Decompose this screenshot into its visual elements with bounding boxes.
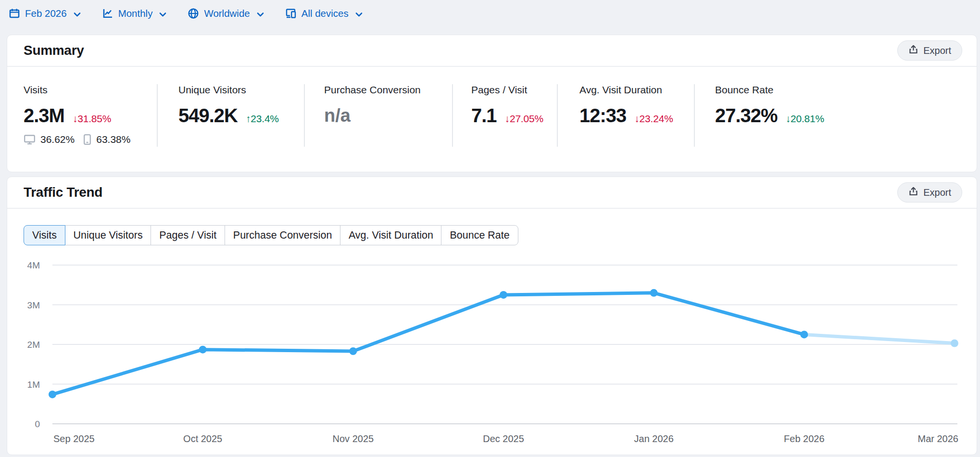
chevron-down-icon xyxy=(355,12,363,17)
y-axis-label: 3M xyxy=(27,300,40,310)
metric-value: 27.32% xyxy=(715,106,778,125)
y-axis-label: 0 xyxy=(35,419,40,429)
calendar-icon xyxy=(9,8,20,19)
filter-granularity-label: Monthly xyxy=(118,8,153,19)
metric-value: 7.1 xyxy=(471,106,497,125)
metric-value: 549.2K xyxy=(178,106,238,125)
tab-unique-visitors[interactable]: Unique Visitors xyxy=(64,225,151,245)
metric-label: Pages / Visit xyxy=(471,84,557,96)
summary-title: Summary xyxy=(24,43,84,58)
export-icon xyxy=(908,186,918,199)
export-icon xyxy=(908,44,918,54)
filter-granularity[interactable]: Monthly xyxy=(102,8,167,19)
data-point[interactable] xyxy=(349,347,357,355)
data-point[interactable] xyxy=(500,291,507,299)
summary-metrics: Visits 2.3M↓31.85% 36.62% 63.38% Unique … xyxy=(7,67,977,147)
metric-label: Visits xyxy=(24,84,157,96)
x-axis-label: Oct 2025 xyxy=(183,433,222,444)
tab-bounce-rate[interactable]: Bounce Rate xyxy=(441,225,518,245)
metric-label: Avg. Visit Duration xyxy=(579,84,694,96)
filter-devices-label: All devices xyxy=(302,8,349,19)
mobile-share: 63.38% xyxy=(96,134,130,145)
data-point[interactable] xyxy=(951,340,958,347)
filter-devices[interactable]: All devices xyxy=(285,8,363,19)
data-point[interactable] xyxy=(650,289,658,297)
visits-forecast-line xyxy=(804,334,955,343)
summary-card: Summary Export Visits 2.3M↓31.85% 36.62%… xyxy=(7,35,977,172)
export-icon xyxy=(908,44,918,57)
tab-purchase-conversion[interactable]: Purchase Conversion xyxy=(225,225,341,245)
metric-avg-visit-duration: Avg. Visit Duration 12:33↓23.24% xyxy=(558,84,695,147)
traffic-chart: 01M2M3M4MSep 2025Oct 2025Nov 2025Dec 202… xyxy=(7,245,977,455)
metric-change: ↓27.05% xyxy=(505,113,543,125)
metric-visits: Visits 2.3M↓31.85% 36.62% 63.38% xyxy=(24,84,158,147)
trend-title: Traffic Trend xyxy=(24,185,102,200)
desktop-share: 36.62% xyxy=(40,134,75,145)
filter-region[interactable]: Worldwide xyxy=(188,8,264,19)
y-axis-label: 1M xyxy=(27,380,40,390)
data-point[interactable] xyxy=(49,391,56,398)
x-axis-label: Jan 2026 xyxy=(634,433,674,444)
filter-bar: Feb 2026 Monthly Worldwide All devices xyxy=(0,0,980,27)
metric-value: 2.3M xyxy=(24,106,64,125)
desktop-icon xyxy=(24,134,36,145)
trend-card-header: Traffic Trend Export xyxy=(7,177,977,209)
metric-purchase-conversion: Purchase Conversion n/a xyxy=(305,84,453,147)
export-label: Export xyxy=(923,45,951,56)
metric-change: ↓31.85% xyxy=(73,113,111,125)
metric-label: Purchase Conversion xyxy=(324,84,452,96)
metric-change: ↓23.24% xyxy=(634,113,673,125)
y-axis-label: 4M xyxy=(27,260,40,270)
line-chart-icon xyxy=(102,8,113,19)
tab-pages-visit[interactable]: Pages / Visit xyxy=(151,225,225,245)
metric-label: Bounce Rate xyxy=(715,84,977,96)
metric-pages-visit: Pages / Visit 7.1↓27.05% xyxy=(453,84,558,147)
metric-bounce-rate: Bounce Rate 27.32%↓20.81% xyxy=(695,84,977,147)
chevron-down-icon xyxy=(74,12,81,17)
y-axis-label: 2M xyxy=(27,340,40,350)
export-label: Export xyxy=(923,187,951,198)
data-point[interactable] xyxy=(199,346,207,354)
filter-date-label: Feb 2026 xyxy=(25,8,67,19)
devices-icon xyxy=(285,8,297,19)
x-axis-label: Sep 2025 xyxy=(53,433,95,444)
device-split: 36.62% 63.38% xyxy=(24,134,157,145)
metric-label: Unique Visitors xyxy=(178,84,304,96)
chevron-down-icon xyxy=(257,12,264,17)
export-icon xyxy=(908,186,918,196)
visits-line xyxy=(52,293,804,394)
traffic-chart-svg: 01M2M3M4MSep 2025Oct 2025Nov 2025Dec 202… xyxy=(7,245,978,455)
traffic-trend-card: Traffic Trend Export VisitsUnique Visito… xyxy=(7,177,977,455)
x-axis-label: Nov 2025 xyxy=(333,433,374,444)
filter-region-label: Worldwide xyxy=(204,8,250,19)
x-axis-label: Mar 2026 xyxy=(918,433,959,444)
globe-icon xyxy=(188,8,199,19)
metric-change: ↑23.4% xyxy=(246,113,279,125)
metric-tabs: VisitsUnique VisitorsPages / VisitPurcha… xyxy=(24,225,518,245)
summary-card-header: Summary Export xyxy=(7,35,977,67)
x-axis-label: Dec 2025 xyxy=(483,433,524,444)
x-axis-label: Feb 2026 xyxy=(784,433,825,444)
export-button[interactable]: Export xyxy=(897,40,962,61)
metric-unique-visitors: Unique Visitors 549.2K↑23.4% xyxy=(158,84,305,147)
metric-change: ↓20.81% xyxy=(786,113,824,125)
metric-value: 12:33 xyxy=(579,106,626,125)
chevron-down-icon xyxy=(159,12,166,17)
data-point[interactable] xyxy=(800,330,808,338)
metric-value: n/a xyxy=(324,106,351,125)
tab-visits[interactable]: Visits xyxy=(24,225,65,245)
tab-avg-visit-duration[interactable]: Avg. Visit Duration xyxy=(340,225,442,245)
export-button[interactable]: Export xyxy=(897,182,962,203)
mobile-icon xyxy=(83,134,91,145)
filter-date[interactable]: Feb 2026 xyxy=(9,8,81,19)
